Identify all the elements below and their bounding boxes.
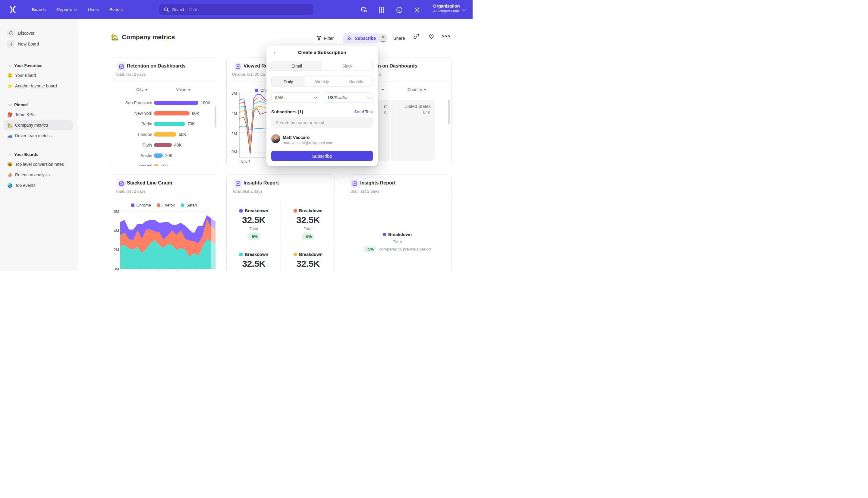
filter-button-label: Filter (324, 36, 334, 41)
metric-quadrant[interactable]: Breakdown32.5KTotal (281, 242, 335, 271)
more-options-icon[interactable] (441, 33, 451, 39)
card-title[interactable]: Stacked Line Graph (127, 180, 172, 186)
y-axis-label: 6M (110, 209, 119, 214)
card-title[interactable]: Retention on Dashboards (127, 63, 186, 69)
tab-daily[interactable]: Daily (271, 77, 305, 86)
filter-button[interactable]: Filter (317, 33, 334, 43)
card-title[interactable]: Insights Report (243, 180, 279, 186)
settings-gear-icon[interactable] (414, 6, 421, 14)
report-chart-icon (117, 62, 126, 71)
legend-item-firefox[interactable]: Firefox (157, 203, 175, 207)
copy-link-icon[interactable] (413, 33, 419, 39)
time-select-value: 9AM (275, 95, 284, 100)
metric-sub-label: Total (304, 226, 312, 231)
user-avatar[interactable] (378, 34, 388, 42)
sidebar-item-top-events[interactable]: 🌏Top events (4, 181, 72, 190)
sidebar-item-retention-analysis[interactable]: ⛵Retention analysis (4, 170, 72, 180)
sidebar-item-label: Driver team metrics (15, 133, 52, 138)
table-row[interactable]: Austin20K (110, 150, 218, 161)
sort-triangle-icon (145, 89, 148, 91)
subscribe-submit-button[interactable]: Subscribe (271, 151, 373, 161)
legend-swatch (294, 253, 297, 256)
card-title[interactable]: n on Dashboards (378, 63, 417, 69)
legend-label: Safari (186, 203, 197, 207)
row-value-label: 40K (174, 143, 182, 147)
metric-legend: Breakdown (239, 252, 268, 257)
app-screen: Boards Reports Users Events Search ⌘+K (0, 0, 472, 271)
card-title[interactable]: Viewed Re (243, 63, 268, 69)
metric-legend[interactable]: Breakdown (383, 232, 412, 237)
card-header: Retention on Dashboards Total, last 2 da… (110, 58, 218, 81)
metric-value: 32.5K (242, 259, 266, 269)
table-row[interactable]: Berlin70K (110, 119, 218, 129)
card-title[interactable]: Insights Report (360, 180, 396, 186)
global-search-input[interactable]: Search ⌘+K (159, 4, 313, 15)
sidebar-item-your-board[interactable]: 🙂Your Board (4, 70, 72, 80)
table-row[interactable]: Bangal10K (110, 161, 218, 166)
sidebar-item-team-kpis[interactable]: 🎒Team KPIs (4, 110, 72, 119)
nav-item-reports-label: Reports (57, 7, 72, 12)
send-test-link[interactable]: Send Test (354, 109, 373, 114)
search-icon (164, 7, 169, 12)
table-cell-country[interactable]: United States 64K (391, 100, 435, 161)
sidebar-section-pinned[interactable]: Pinned (0, 101, 78, 108)
stacked-area-chart[interactable] (120, 209, 215, 271)
org-name: Organization (433, 4, 460, 9)
column-header-city[interactable]: City (136, 87, 148, 92)
table-row[interactable]: New York80K (110, 108, 218, 119)
nav-item-boards[interactable]: Boards (32, 0, 46, 19)
sidebar-item-driver-team-metrics[interactable]: 🚙Driver team metrics (4, 131, 72, 141)
column-header-value[interactable]: Value (176, 87, 191, 92)
card-scrollbar[interactable] (448, 100, 450, 124)
cell-text: United States (391, 104, 431, 109)
row-value-label: 20K (165, 153, 172, 158)
column-header-hidden[interactable] (380, 87, 384, 92)
favorite-heart-icon[interactable] (428, 33, 435, 39)
metric-sub-label: Total (304, 270, 312, 271)
nav-item-events[interactable]: Events (109, 0, 123, 19)
data-management-icon[interactable] (360, 6, 368, 14)
table-row[interactable]: San Francisco100K (110, 98, 218, 108)
metric-quadrant[interactable]: Breakdown32.5KTotal↑5% (227, 198, 281, 242)
legend-item-safari[interactable]: Safari (181, 203, 197, 207)
nav-item-boards-label: Boards (32, 7, 46, 12)
timezone-select[interactable]: US/Pacific (324, 92, 373, 103)
subscriber-search-input[interactable] (271, 117, 373, 128)
share-button[interactable]: Share (393, 33, 405, 43)
apps-grid-icon[interactable] (378, 6, 385, 14)
metric-value: 32.5K (242, 215, 266, 225)
sidebar-item-another-favorite-board[interactable]: ⭐Another favorite board (4, 81, 72, 91)
metric-quadrant[interactable]: Breakdown32.5KTotal (227, 242, 281, 271)
time-select[interactable]: 9AM (271, 92, 320, 103)
subscribe-button[interactable]: Subscribe (343, 33, 380, 43)
sidebar-item-top-level-conversion-rates[interactable]: 🤓Top level conversion rates (4, 159, 72, 169)
metric-quadrant[interactable]: Breakdown32.5KTotal↑5% (281, 198, 335, 242)
tab-weekly[interactable]: Weekly (305, 77, 339, 86)
sort-triangle-icon (188, 89, 190, 91)
mixpanel-logo-icon[interactable] (9, 5, 17, 14)
table-row[interactable]: London50K (110, 129, 218, 140)
metric-legend: Breakdown (294, 252, 322, 257)
y-axis-label: 2M (228, 131, 237, 136)
legend-label: Firefox (162, 203, 175, 207)
card-scrollbar[interactable] (215, 106, 216, 128)
sidebar-item-company-metrics[interactable]: 🏡Company metrics (4, 120, 72, 130)
trend-badge: ↑5% (302, 233, 314, 240)
sidebar-item-discover[interactable]: Discover (0, 29, 78, 37)
sidebar-item-new-board[interactable]: New Board (0, 40, 78, 48)
tab-slack[interactable]: Slack (322, 61, 373, 70)
org-switcher[interactable]: Organization All Project Data (433, 4, 460, 13)
column-header-country[interactable]: Country (407, 87, 426, 92)
table-row[interactable]: Paris40K (110, 140, 218, 150)
tab-monthly[interactable]: Monthly (339, 77, 373, 86)
sidebar-section-your-favorites[interactable]: Your Favorites (0, 62, 78, 69)
help-icon[interactable]: ? (396, 6, 403, 14)
legend-item-chrome[interactable]: Chrome (131, 203, 151, 207)
card-subtitle: Unique, last 30 da (232, 72, 265, 77)
metric-label: Breakdown (388, 232, 412, 237)
tab-email[interactable]: Email (271, 61, 322, 70)
sidebar-section-your-boards[interactable]: Your Boards (0, 151, 78, 158)
nav-item-reports[interactable]: Reports (57, 0, 76, 19)
nav-item-users[interactable]: Users (88, 0, 99, 19)
sidebar-section-title: Pinned (14, 103, 28, 107)
